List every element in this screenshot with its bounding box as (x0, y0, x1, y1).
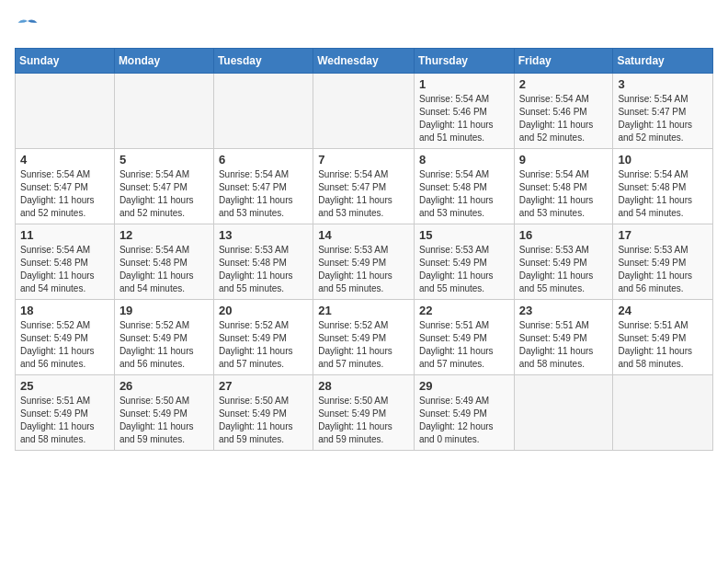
calendar-cell: 8Sunrise: 5:54 AM Sunset: 5:48 PM Daylig… (414, 149, 514, 224)
day-number: 11 (20, 228, 109, 242)
day-info: Sunrise: 5:54 AM Sunset: 5:47 PM Dayligh… (20, 168, 109, 220)
day-number: 25 (20, 379, 109, 393)
day-number: 5 (119, 153, 209, 167)
calendar-cell: 15Sunrise: 5:53 AM Sunset: 5:49 PM Dayli… (414, 224, 514, 300)
day-number: 21 (318, 304, 409, 317)
calendar-cell: 23Sunrise: 5:51 AM Sunset: 5:49 PM Dayli… (514, 300, 613, 375)
calendar-cell: 9Sunrise: 5:54 AM Sunset: 5:48 PM Daylig… (514, 149, 613, 224)
day-number: 29 (419, 379, 509, 393)
day-info: Sunrise: 5:54 AM Sunset: 5:48 PM Dayligh… (519, 168, 609, 220)
day-number: 13 (219, 228, 308, 242)
calendar-cell: 12Sunrise: 5:54 AM Sunset: 5:48 PM Dayli… (114, 224, 213, 300)
day-info: Sunrise: 5:54 AM Sunset: 5:47 PM Dayligh… (318, 168, 409, 220)
day-info: Sunrise: 5:54 AM Sunset: 5:47 PM Dayligh… (119, 168, 209, 220)
calendar-cell: 28Sunrise: 5:50 AM Sunset: 5:49 PM Dayli… (313, 375, 415, 451)
week-row-1: 1Sunrise: 5:54 AM Sunset: 5:46 PM Daylig… (16, 74, 713, 149)
calendar: SundayMondayTuesdayWednesdayThursdayFrid… (15, 48, 713, 451)
logo-icon (15, 15, 40, 40)
day-number: 12 (119, 228, 209, 242)
day-info: Sunrise: 5:54 AM Sunset: 5:47 PM Dayligh… (618, 93, 708, 144)
day-number: 27 (219, 379, 308, 393)
day-number: 4 (20, 153, 109, 167)
day-number: 28 (318, 379, 409, 393)
day-number: 1 (419, 77, 509, 91)
calendar-cell: 2Sunrise: 5:54 AM Sunset: 5:46 PM Daylig… (514, 74, 613, 149)
day-info: Sunrise: 5:50 AM Sunset: 5:49 PM Dayligh… (318, 395, 409, 446)
day-info: Sunrise: 5:53 AM Sunset: 5:48 PM Dayligh… (219, 244, 308, 295)
logo (15, 15, 44, 40)
day-info: Sunrise: 5:54 AM Sunset: 5:48 PM Dayligh… (20, 244, 109, 295)
weekday-header-row: SundayMondayTuesdayWednesdayThursdayFrid… (16, 49, 713, 74)
calendar-cell: 21Sunrise: 5:52 AM Sunset: 5:49 PM Dayli… (313, 300, 415, 375)
day-number: 15 (419, 228, 509, 242)
day-info: Sunrise: 5:52 AM Sunset: 5:49 PM Dayligh… (219, 319, 308, 371)
calendar-cell: 16Sunrise: 5:53 AM Sunset: 5:49 PM Dayli… (514, 224, 613, 300)
calendar-cell: 10Sunrise: 5:54 AM Sunset: 5:48 PM Dayli… (613, 149, 713, 224)
day-number: 10 (618, 153, 708, 167)
calendar-cell: 6Sunrise: 5:54 AM Sunset: 5:47 PM Daylig… (213, 149, 313, 224)
day-info: Sunrise: 5:54 AM Sunset: 5:46 PM Dayligh… (519, 93, 609, 144)
day-info: Sunrise: 5:51 AM Sunset: 5:49 PM Dayligh… (618, 319, 708, 371)
calendar-cell: 29Sunrise: 5:49 AM Sunset: 5:49 PM Dayli… (414, 375, 514, 451)
calendar-cell: 14Sunrise: 5:53 AM Sunset: 5:49 PM Dayli… (313, 224, 415, 300)
calendar-cell: 24Sunrise: 5:51 AM Sunset: 5:49 PM Dayli… (613, 300, 713, 375)
calendar-cell (313, 74, 415, 149)
calendar-cell: 3Sunrise: 5:54 AM Sunset: 5:47 PM Daylig… (613, 74, 713, 149)
day-number: 20 (219, 304, 308, 317)
weekday-header-saturday: Saturday (613, 49, 713, 74)
calendar-cell: 25Sunrise: 5:51 AM Sunset: 5:49 PM Dayli… (16, 375, 115, 451)
day-number: 7 (318, 153, 409, 167)
calendar-cell: 19Sunrise: 5:52 AM Sunset: 5:49 PM Dayli… (114, 300, 213, 375)
calendar-cell: 7Sunrise: 5:54 AM Sunset: 5:47 PM Daylig… (313, 149, 415, 224)
day-number: 26 (119, 379, 209, 393)
day-number: 22 (419, 304, 509, 317)
weekday-header-sunday: Sunday (16, 49, 115, 74)
calendar-cell: 22Sunrise: 5:51 AM Sunset: 5:49 PM Dayli… (414, 300, 514, 375)
day-info: Sunrise: 5:51 AM Sunset: 5:49 PM Dayligh… (419, 319, 509, 371)
day-number: 2 (519, 77, 609, 91)
day-info: Sunrise: 5:53 AM Sunset: 5:49 PM Dayligh… (519, 244, 609, 295)
week-row-4: 18Sunrise: 5:52 AM Sunset: 5:49 PM Dayli… (16, 300, 713, 375)
calendar-cell: 17Sunrise: 5:53 AM Sunset: 5:49 PM Dayli… (613, 224, 713, 300)
weekday-header-monday: Monday (114, 49, 213, 74)
week-row-2: 4Sunrise: 5:54 AM Sunset: 5:47 PM Daylig… (16, 149, 713, 224)
calendar-cell: 20Sunrise: 5:52 AM Sunset: 5:49 PM Dayli… (213, 300, 313, 375)
day-info: Sunrise: 5:50 AM Sunset: 5:49 PM Dayligh… (119, 395, 209, 446)
day-number: 19 (119, 304, 209, 317)
day-info: Sunrise: 5:54 AM Sunset: 5:47 PM Dayligh… (219, 168, 308, 220)
day-number: 6 (219, 153, 308, 167)
day-number: 17 (618, 228, 708, 242)
day-number: 8 (419, 153, 509, 167)
calendar-cell: 11Sunrise: 5:54 AM Sunset: 5:48 PM Dayli… (16, 224, 115, 300)
calendar-cell: 5Sunrise: 5:54 AM Sunset: 5:47 PM Daylig… (114, 149, 213, 224)
calendar-cell (213, 74, 313, 149)
day-info: Sunrise: 5:54 AM Sunset: 5:46 PM Dayligh… (419, 93, 509, 144)
day-number: 18 (20, 304, 109, 317)
calendar-cell: 13Sunrise: 5:53 AM Sunset: 5:48 PM Dayli… (213, 224, 313, 300)
calendar-cell: 26Sunrise: 5:50 AM Sunset: 5:49 PM Dayli… (114, 375, 213, 451)
week-row-3: 11Sunrise: 5:54 AM Sunset: 5:48 PM Dayli… (16, 224, 713, 300)
day-info: Sunrise: 5:51 AM Sunset: 5:49 PM Dayligh… (20, 395, 109, 446)
day-info: Sunrise: 5:49 AM Sunset: 5:49 PM Dayligh… (419, 395, 509, 446)
calendar-cell (514, 375, 613, 451)
day-info: Sunrise: 5:53 AM Sunset: 5:49 PM Dayligh… (419, 244, 509, 295)
day-number: 24 (618, 304, 708, 317)
calendar-cell (613, 375, 713, 451)
svg-rect-0 (15, 15, 40, 40)
day-number: 16 (519, 228, 609, 242)
day-info: Sunrise: 5:52 AM Sunset: 5:49 PM Dayligh… (119, 319, 209, 371)
weekday-header-thursday: Thursday (414, 49, 514, 74)
week-row-5: 25Sunrise: 5:51 AM Sunset: 5:49 PM Dayli… (16, 375, 713, 451)
weekday-header-friday: Friday (514, 49, 613, 74)
day-info: Sunrise: 5:54 AM Sunset: 5:48 PM Dayligh… (119, 244, 209, 295)
day-info: Sunrise: 5:53 AM Sunset: 5:49 PM Dayligh… (618, 244, 708, 295)
calendar-cell: 27Sunrise: 5:50 AM Sunset: 5:49 PM Dayli… (213, 375, 313, 451)
calendar-cell (16, 74, 115, 149)
day-info: Sunrise: 5:54 AM Sunset: 5:48 PM Dayligh… (419, 168, 509, 220)
calendar-cell: 1Sunrise: 5:54 AM Sunset: 5:46 PM Daylig… (414, 74, 514, 149)
day-info: Sunrise: 5:54 AM Sunset: 5:48 PM Dayligh… (618, 168, 708, 220)
day-info: Sunrise: 5:53 AM Sunset: 5:49 PM Dayligh… (318, 244, 409, 295)
day-number: 23 (519, 304, 609, 317)
calendar-cell (114, 74, 213, 149)
day-info: Sunrise: 5:51 AM Sunset: 5:49 PM Dayligh… (519, 319, 609, 371)
